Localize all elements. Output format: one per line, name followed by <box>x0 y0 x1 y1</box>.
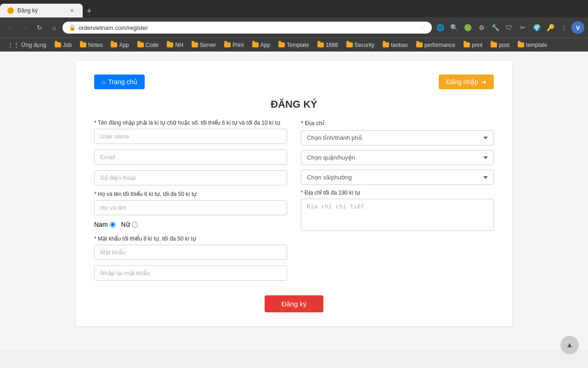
extensions-icon-1[interactable]: 🌐 <box>434 21 447 34</box>
bookmark-app2[interactable]: App <box>249 40 274 50</box>
bookmark-print2-label: print <box>472 42 482 48</box>
address-bar[interactable]: 🔒 ordervietnam.com/register ☆ <box>62 22 432 34</box>
gender-male-option[interactable]: Nam <box>94 221 116 228</box>
star-icon[interactable]: ☆ <box>419 24 425 31</box>
extensions-icon-2[interactable]: 🔍 <box>447 21 460 34</box>
browser-nav-icons: 🌐 🔍 🟢 ⚙ 🔧 🛡 ✂ 🌍 🔑 ⋮ V <box>434 21 584 34</box>
extensions-icon-9[interactable]: 🔑 <box>544 21 557 34</box>
bookmark-taobao[interactable]: taobao <box>379 40 412 50</box>
folder-icon <box>317 42 324 47</box>
gender-female-radio[interactable] <box>132 222 138 228</box>
bookmark-server[interactable]: Server <box>188 40 220 50</box>
active-tab[interactable]: Đăng ký ✕ <box>0 4 83 17</box>
bookmark-app[interactable]: App <box>107 40 132 50</box>
folder-icon <box>491 42 497 47</box>
extensions-icon-7[interactable]: ✂ <box>516 21 529 34</box>
tab-title: Đăng ký <box>17 7 38 14</box>
bookmark-performance[interactable]: performance <box>413 40 459 50</box>
tab-bar: Đăng ký ✕ + <box>0 0 588 17</box>
folder-icon <box>224 42 231 47</box>
register-header: ⌂ Trang chủ Đăng nhập ➔ <box>94 75 494 89</box>
bookmark-print[interactable]: Print <box>220 40 248 50</box>
register-container: ⌂ Trang chủ Đăng nhập ➔ ĐĂNG KÝ * Tên đă… <box>76 61 512 326</box>
bookmark-ung-dung[interactable]: ⋮⋮ Ứng dụng <box>4 40 50 50</box>
extensions-icon-5[interactable]: 🔧 <box>489 21 502 34</box>
form-layout: * Tên đăng nhập phải là kí tự chữ hoặc s… <box>94 120 494 286</box>
page-content: ⌂ Trang chủ Đăng nhập ➔ ĐĂNG KÝ * Tên đă… <box>0 52 588 350</box>
bookmark-post-label: post <box>499 42 509 48</box>
bookmark-server-label: Server <box>200 42 216 48</box>
phone-input[interactable] <box>94 170 287 185</box>
home-button[interactable]: ⌂ <box>48 21 61 34</box>
form-left: * Tên đăng nhập phải là kí tự chữ hoặc s… <box>94 120 287 286</box>
tab-favicon <box>7 7 14 14</box>
folder-icon <box>518 42 524 47</box>
bookmark-print-label: Print <box>232 42 244 48</box>
forward-button[interactable]: → <box>18 21 31 34</box>
district-select[interactable]: Chọn quận/huyện <box>301 150 494 165</box>
gender-female-option[interactable]: Nữ <box>121 221 138 228</box>
folder-icon <box>416 42 423 47</box>
bookmark-1688-label: 1688 <box>326 42 338 48</box>
password-input[interactable] <box>94 245 287 260</box>
bookmark-app2-label: App <box>260 42 270 48</box>
home-button[interactable]: ⌂ Trang chủ <box>94 75 145 89</box>
bookmark-code[interactable]: Code <box>134 40 163 50</box>
bookmark-template2[interactable]: template <box>514 40 551 50</box>
ward-select[interactable]: Chọn xã/phường <box>301 170 494 185</box>
bookmark-taobao-label: taobao <box>391 42 408 48</box>
username-input[interactable] <box>94 129 287 144</box>
bookmark-notes[interactable]: Notes <box>76 40 106 50</box>
bookmark-security[interactable]: Security <box>343 40 378 50</box>
home-btn-label: Trang chủ <box>108 78 137 86</box>
new-tab-button[interactable]: + <box>83 5 96 17</box>
more-options-icon[interactable]: ⋮ <box>558 21 571 34</box>
fullname-input[interactable] <box>94 200 287 215</box>
gender-male-radio[interactable] <box>110 222 116 228</box>
submit-row: Đăng ký <box>94 295 494 312</box>
password-note: * Mật khẩu tối thiểu 8 kí tự, tối đa 50 … <box>94 236 287 242</box>
bookmark-template2-label: template <box>526 42 547 48</box>
folder-icon <box>111 42 117 47</box>
back-button[interactable]: ← <box>4 21 17 34</box>
province-select[interactable]: Chọn tỉnh/thành phố <box>301 130 494 145</box>
bookmark-print2[interactable]: print <box>460 40 486 50</box>
folder-icon <box>346 42 353 47</box>
gender-row: Nam Nữ <box>94 221 287 228</box>
register-submit-button[interactable]: Đăng ký <box>265 295 323 312</box>
bookmarks-bar: ⋮⋮ Ứng dụng Job Notes App Code NH Server <box>0 38 588 52</box>
bookmark-code-label: Code <box>146 42 159 48</box>
gender-label: Nam <box>94 221 108 228</box>
gender-female-label: Nữ <box>121 221 130 228</box>
extensions-icon-4[interactable]: ⚙ <box>475 21 488 34</box>
lock-icon: 🔒 <box>69 24 76 31</box>
bookmark-1688[interactable]: 1688 <box>314 40 342 50</box>
apps-grid-icon: ⋮⋮ <box>7 41 19 48</box>
profile-button[interactable]: V <box>571 21 584 34</box>
confirm-password-input[interactable] <box>94 265 287 281</box>
email-input[interactable] <box>94 150 287 165</box>
bookmark-job[interactable]: Job <box>51 40 75 50</box>
bookmark-nh[interactable]: NH <box>163 40 187 50</box>
extensions-icon-8[interactable]: 🌍 <box>530 21 543 34</box>
login-button[interactable]: Đăng nhập ➔ <box>439 75 494 89</box>
folder-icon <box>278 42 285 47</box>
extensions-icon-6[interactable]: 🛡 <box>503 21 515 34</box>
bookmark-app-label: App <box>119 42 129 48</box>
bookmark-template-label: Template <box>287 42 309 48</box>
folder-icon <box>192 42 198 47</box>
bookmark-nh-label: NH <box>175 42 183 48</box>
bookmark-ung-dung-label: Ứng dụng <box>21 42 46 48</box>
form-right: * Địa chỉ: Chọn tỉnh/thành phố Chọn quận… <box>301 120 494 286</box>
bookmark-template[interactable]: Template <box>275 40 313 50</box>
folder-icon <box>80 42 86 47</box>
address-text: ordervietnam.com/register <box>79 24 417 31</box>
bookmark-post[interactable]: post <box>487 40 513 50</box>
address-detail-textarea[interactable] <box>301 199 494 231</box>
folder-icon <box>383 42 389 47</box>
reload-button[interactable]: ↻ <box>33 21 46 34</box>
extensions-icon-3[interactable]: 🟢 <box>461 21 474 34</box>
address-label: * Địa chỉ: <box>301 120 494 126</box>
home-icon: ⌂ <box>102 78 105 86</box>
tab-close-button[interactable]: ✕ <box>68 7 75 14</box>
